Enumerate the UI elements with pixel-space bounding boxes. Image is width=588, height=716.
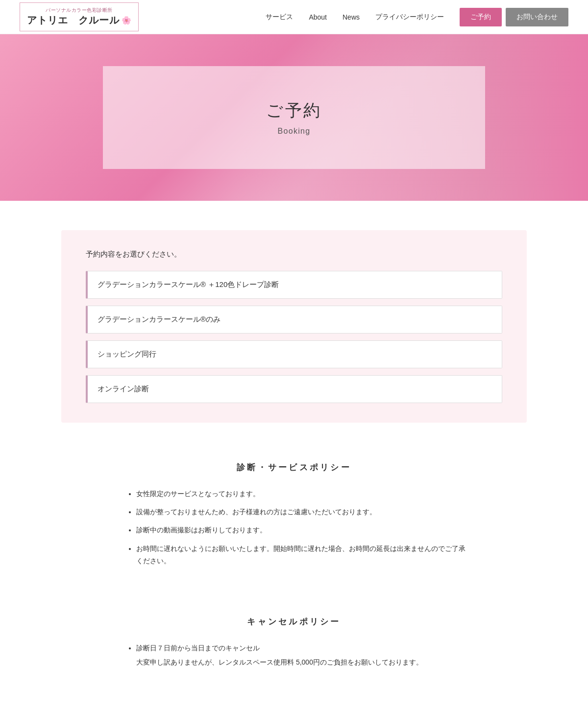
logo: パーソナルカラー色彩診断所 アトリエ クルール 🌸 xyxy=(20,2,139,31)
policy-title: 診断・サービスポリシー xyxy=(61,462,527,473)
logo-title: アトリエ クルール xyxy=(27,14,120,27)
booking-option-3[interactable]: ショッピング同行 xyxy=(86,340,502,368)
header: パーソナルカラー色彩診断所 アトリエ クルール 🌸 サービス About New… xyxy=(0,0,588,34)
main-content: 予約内容をお選びください。 グラデーションカラースケール® ＋120色ドレープ診… xyxy=(51,201,537,716)
contact-button[interactable]: お問い合わせ xyxy=(506,8,568,26)
nav: サービス About News プライバシーポリシー ご予約 お問い合わせ xyxy=(266,8,568,26)
nav-privacy[interactable]: プライバシーポリシー xyxy=(375,13,444,22)
policy-list: 女性限定のサービスとなっております。 設備が整っておりませんため、お子様連れの方… xyxy=(122,488,466,567)
cancel-item-sub: 大変申し訳ありませんが、レンタルスペース使用料 5,000円のご負担をお願いして… xyxy=(136,656,466,668)
booking-option-1[interactable]: グラデーションカラースケール® ＋120色ドレープ診断 xyxy=(86,271,502,299)
hero-section: ご予約 Booking xyxy=(0,34,588,201)
booking-label: 予約内容をお選びください。 xyxy=(86,250,502,259)
flower-icon: 🌸 xyxy=(122,16,131,25)
nav-buttons: ご予約 お問い合わせ xyxy=(460,8,568,26)
nav-service[interactable]: サービス xyxy=(266,13,293,22)
cancel-item-main: 診断日７日前から当日までのキャンセル xyxy=(136,644,260,652)
policy-item-3: 診断中の動画撮影はお断りしております。 xyxy=(136,524,466,536)
hero-subtitle: Booking xyxy=(278,127,311,136)
policy-section: 診断・サービスポリシー 女性限定のサービスとなっております。 設備が整っておりま… xyxy=(61,452,527,611)
cancel-title: キャンセルポリシー xyxy=(61,616,527,627)
cancel-list: 診断日７日前から当日までのキャンセル 大変申し訳ありませんが、レンタルスペース使… xyxy=(122,642,466,668)
nav-about[interactable]: About xyxy=(309,13,327,21)
booking-option-4[interactable]: オンライン診断 xyxy=(86,375,502,403)
reservation-button[interactable]: ご予約 xyxy=(460,8,502,26)
booking-option-2[interactable]: グラデーションカラースケール®のみ xyxy=(86,306,502,334)
booking-section: 予約内容をお選びください。 グラデーションカラースケール® ＋120色ドレープ診… xyxy=(61,230,527,423)
policy-item-2: 設備が整っておりませんため、お子様連れの方はご遠慮いただいております。 xyxy=(136,506,466,518)
cancel-section: キャンセルポリシー 診断日７日前から当日までのキャンセル 大変申し訳ありませんが… xyxy=(61,611,527,702)
logo-box: パーソナルカラー色彩診断所 アトリエ クルール 🌸 xyxy=(20,2,139,31)
nav-news[interactable]: News xyxy=(343,13,360,21)
policy-item-1: 女性限定のサービスとなっております。 xyxy=(136,488,466,500)
cancel-item-1: 診断日７日前から当日までのキャンセル 大変申し訳ありませんが、レンタルスペース使… xyxy=(136,642,466,668)
policy-item-4: お時間に遅れないようにお願いいたします。開始時間に遅れた場合、お時間の延長は出来… xyxy=(136,543,466,567)
hero-overlay: ご予約 Booking xyxy=(103,66,485,169)
hero-title: ご予約 xyxy=(266,99,321,122)
logo-subtitle: パーソナルカラー色彩診断所 xyxy=(27,7,131,14)
booking-options: グラデーションカラースケール® ＋120色ドレープ診断 グラデーションカラースケ… xyxy=(86,271,502,403)
